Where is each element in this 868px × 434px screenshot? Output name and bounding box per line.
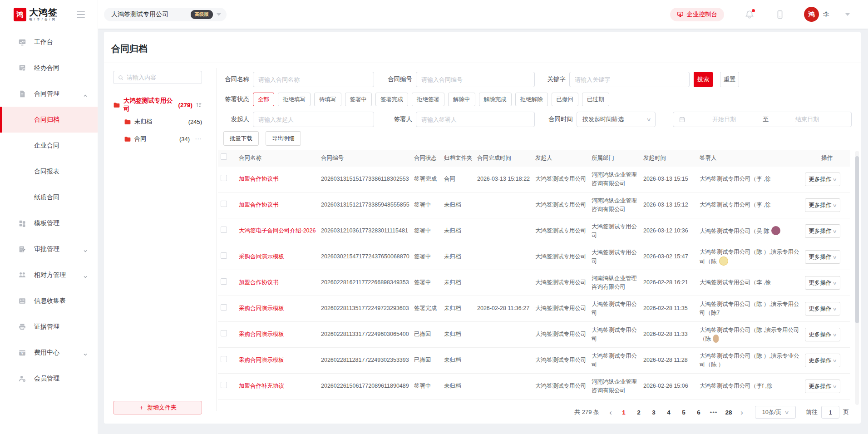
more-actions-button[interactable]: 更多操作 ∨: [805, 380, 840, 393]
time-filter-value: 按发起时间筛选: [582, 115, 647, 123]
sidebar-item-contract-reports[interactable]: 合同报表: [0, 158, 98, 184]
row-checkbox[interactable]: [221, 201, 227, 207]
contract-name-link[interactable]: 采购合同演示模板: [239, 305, 284, 311]
contract-name-link[interactable]: 大鸿签电子合同公司介绍-2026: [239, 227, 316, 234]
tree-node-contracts[interactable]: 合同 (34) ⋯: [113, 130, 202, 148]
pagination-page[interactable]: 28: [724, 409, 733, 416]
collapse-menu-icon[interactable]: [77, 11, 85, 18]
tree-root-company[interactable]: 大鸿签测试专用公司 (279): [113, 97, 202, 113]
more-actions-button[interactable]: 更多操作 ∨: [805, 198, 840, 212]
sidebar-item-label: 纸质合同: [34, 193, 59, 202]
row-checkbox[interactable]: [221, 175, 227, 181]
more-actions-button[interactable]: 更多操作 ∨: [805, 250, 840, 264]
reset-button[interactable]: 重置: [720, 72, 739, 87]
sidebar-item-template-management[interactable]: 模板管理: [0, 210, 98, 236]
chevron-down-icon[interactable]: [845, 13, 850, 16]
initiator-input[interactable]: [253, 112, 374, 127]
scrollbar-thumb[interactable]: [855, 156, 859, 323]
export-detail-button[interactable]: 导出明细: [266, 131, 301, 146]
contract-name-link[interactable]: 加盟合作协议书: [239, 202, 279, 208]
pagination-page[interactable]: •••: [709, 409, 718, 416]
sidebar-item-approval-management[interactable]: 审批管理: [0, 236, 98, 262]
pagination-page[interactable]: 1: [619, 409, 628, 416]
pagination-page[interactable]: 2: [634, 409, 643, 416]
more-actions-button[interactable]: 更多操作 ∨: [805, 276, 840, 290]
time-filter-select[interactable]: 按发起时间筛选 ∨: [577, 112, 656, 127]
status-tab[interactable]: 拒绝签署: [412, 93, 444, 106]
more-actions-button[interactable]: 更多操作 ∨: [805, 328, 840, 341]
chevron-down-icon: [217, 13, 221, 16]
row-checkbox[interactable]: [221, 304, 227, 311]
enterprise-console-button[interactable]: 企业控制台: [670, 8, 725, 21]
contract-name-link[interactable]: 加盟合作协议书: [239, 176, 279, 182]
more-actions-button[interactable]: 更多操作 ∨: [805, 224, 840, 238]
more-actions-button[interactable]: 更多操作 ∨: [805, 173, 840, 186]
pagination-page[interactable]: 3: [649, 409, 658, 416]
contract-name-link[interactable]: 加盟合作补充协议: [239, 383, 284, 389]
contract-number-input[interactable]: [416, 72, 535, 87]
signer-input[interactable]: [416, 112, 535, 127]
contract-number: 2026031210361773283011115481: [321, 227, 414, 235]
sidebar-item-info-collection[interactable]: 信息收集表: [0, 288, 98, 314]
select-all-checkbox[interactable]: [221, 153, 227, 160]
pagination-prev-icon[interactable]: ‹: [606, 409, 616, 416]
pagination-page[interactable]: 4: [664, 409, 673, 416]
sidebar-item-member-management[interactable]: 会员管理: [0, 365, 98, 391]
status-tab[interactable]: 全部: [253, 93, 274, 106]
mobile-app-icon[interactable]: [775, 10, 785, 20]
sidebar-item-evidence-management[interactable]: 证据管理: [0, 314, 98, 340]
goto-page-input[interactable]: [821, 406, 839, 419]
row-checkbox[interactable]: [221, 252, 227, 259]
table-scrollbar[interactable]: [855, 151, 859, 405]
status-tab[interactable]: 拒绝解除: [515, 93, 548, 106]
more-actions-button[interactable]: 更多操作 ∨: [805, 302, 840, 316]
brand-name: 大鸿签: [29, 7, 58, 17]
archive-folder: 未归档: [444, 304, 477, 313]
signers: 大鸿签测试专用公司（吴 陈: [700, 226, 805, 236]
batch-download-button[interactable]: 批量下载: [223, 131, 259, 146]
row-checkbox[interactable]: [221, 227, 227, 233]
sidebar-item-counterparty-management[interactable]: 相对方管理: [0, 262, 98, 288]
sidebar-item-workbench[interactable]: 工作台: [0, 29, 98, 55]
tree-node-unarchived[interactable]: 未归档 (245): [113, 113, 202, 130]
status-tab[interactable]: 已撤回: [552, 93, 579, 106]
row-checkbox[interactable]: [221, 330, 227, 336]
status-tab[interactable]: 签署中: [345, 93, 372, 106]
sidebar-item-contract-management[interactable]: 合同管理: [0, 81, 98, 107]
contract-name-link[interactable]: 加盟合作协议书: [239, 279, 279, 286]
row-checkbox[interactable]: [221, 356, 227, 362]
template-icon: [18, 219, 26, 227]
add-folder-button[interactable]: ＋ 新增文件夹: [113, 401, 202, 414]
contract-name-link[interactable]: 采购合同演示模板: [239, 331, 284, 337]
tree-search-input[interactable]: [127, 74, 197, 81]
pagination-next-icon[interactable]: ›: [737, 409, 747, 416]
notifications-bell-icon[interactable]: [745, 10, 755, 20]
sort-icon[interactable]: [196, 102, 202, 108]
sidebar-item-cost-center[interactable]: ¥ 费用中心: [0, 340, 98, 365]
status-tab[interactable]: 已过期: [582, 93, 609, 106]
contract-name-link[interactable]: 采购合同演示模板: [239, 357, 284, 363]
status-tab[interactable]: 签署完成: [375, 93, 408, 106]
page-size-select[interactable]: 10条/页 ∨: [755, 406, 796, 419]
pagination-page[interactable]: 6: [694, 409, 703, 416]
date-range-picker[interactable]: 开始日期 至 结束日期: [673, 112, 852, 127]
status-tab[interactable]: 解除完成: [479, 93, 512, 106]
keyword-input[interactable]: [569, 72, 690, 87]
sidebar-item-contract-archive[interactable]: 合同归档: [0, 107, 98, 133]
status-tab[interactable]: 待填写: [314, 93, 341, 106]
contract-name-input[interactable]: [253, 72, 374, 87]
company-selector[interactable]: 大鸿签测试专用公司 高级版: [104, 8, 227, 21]
row-checkbox[interactable]: [221, 278, 227, 285]
contract-name-link[interactable]: 采购合同演示模板: [239, 253, 284, 260]
search-button[interactable]: 搜索: [694, 72, 713, 87]
sidebar-item-handled-contracts[interactable]: 经办合同: [0, 55, 98, 81]
pagination-page[interactable]: 5: [679, 409, 688, 416]
more-actions-button[interactable]: 更多操作 ∨: [805, 354, 840, 367]
status-tab[interactable]: 解除中: [448, 93, 475, 106]
sidebar-item-enterprise-contracts[interactable]: 企业合同: [0, 133, 98, 158]
more-options-icon[interactable]: ⋯: [195, 135, 202, 143]
status-tab[interactable]: 拒绝填写: [278, 93, 311, 106]
sidebar-item-paper-contracts[interactable]: 纸质合同: [0, 184, 98, 210]
row-checkbox[interactable]: [221, 382, 227, 388]
user-avatar[interactable]: 鸿: [804, 7, 819, 22]
